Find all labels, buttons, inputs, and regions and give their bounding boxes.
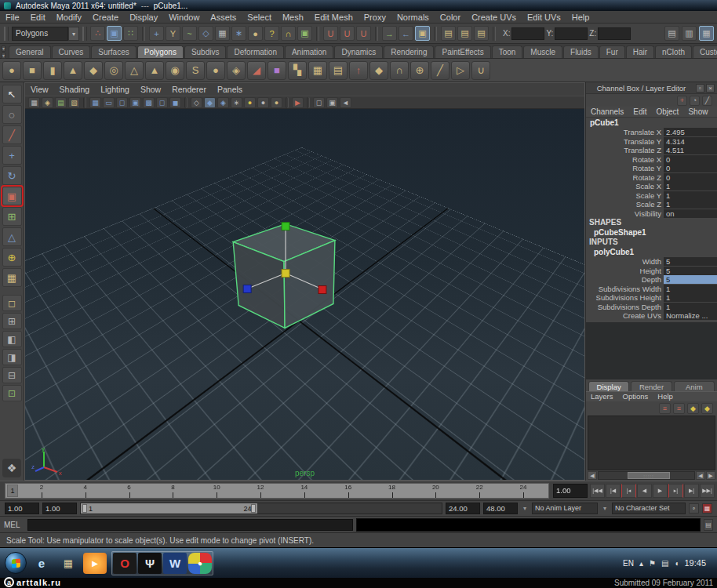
channel-menu-item[interactable]: Object — [652, 106, 684, 118]
menu-item[interactable]: Select — [242, 11, 277, 24]
channel-row[interactable]: Translate X 2.495 — [586, 128, 717, 137]
channel-row[interactable]: Depth 5 — [586, 275, 717, 285]
volume-icon[interactable]: ◖ — [674, 559, 679, 568]
channel-value-field[interactable]: 4.314 — [664, 137, 717, 146]
safe-action-icon[interactable]: ◻ — [156, 97, 168, 108]
lighting-all-icon[interactable]: ● — [244, 97, 256, 108]
panel-menu-item[interactable]: Shading — [54, 83, 96, 96]
channel-label[interactable]: Width — [642, 257, 661, 266]
menu-set-selector[interactable]: Polygons ▾ — [12, 27, 79, 41]
film-gate-icon[interactable]: ▭ — [103, 97, 115, 108]
layer-list[interactable] — [588, 416, 715, 470]
scale-tool-icon[interactable]: ▣ — [2, 187, 22, 205]
group-collapser-icon[interactable] — [82, 27, 87, 41]
hyperbolic-slider-icon[interactable]: ╱ — [702, 96, 712, 106]
show-channel-box-icon[interactable]: ▦ — [699, 26, 714, 41]
poly-platonic-icon[interactable]: ◈ — [227, 61, 246, 80]
step-forward-key-button[interactable]: ▸| — [668, 484, 683, 498]
manip-update-icon[interactable]: + — [677, 96, 687, 106]
chevron-down-icon[interactable]: ▾ — [68, 27, 79, 41]
play-forwards-button[interactable]: ▶ — [653, 484, 668, 498]
viewport-canvas[interactable]: y x z persp — [25, 109, 584, 480]
scroll-right-icon[interactable]: ▶ — [706, 471, 715, 480]
animation-start-field[interactable]: 1.00 — [5, 503, 39, 514]
channel-label[interactable]: Scale X — [635, 182, 661, 191]
channel-value-field[interactable]: 1 — [664, 191, 717, 200]
input-connections-icon[interactable]: → — [382, 26, 397, 41]
bridge-icon[interactable]: ∩ — [390, 61, 409, 80]
step-forward-frame-button[interactable]: ▶| — [684, 484, 699, 498]
select-object-icon[interactable]: ▣ — [107, 26, 122, 41]
smooth-icon[interactable]: ■ — [268, 61, 286, 80]
wireframe-on-shaded-icon[interactable]: ▣ — [326, 97, 338, 108]
channel-value-field[interactable]: 1 — [664, 285, 717, 293]
menu-item[interactable]: Window — [163, 11, 205, 24]
channel-value-field[interactable]: 0 — [664, 173, 717, 182]
sculpt-geometry-icon[interactable]: ◢ — [247, 61, 266, 80]
channel-label[interactable]: Translate Y — [624, 137, 661, 146]
layout-persp-outliner-icon[interactable]: ◧ — [2, 331, 22, 347]
channel-label[interactable]: Subdivisions Depth — [598, 303, 661, 311]
soft-modification-icon[interactable]: △ — [2, 227, 22, 246]
graphics-app-icon[interactable]: Ψ — [138, 553, 162, 574]
channel-row[interactable]: Rotate X 0 — [586, 155, 717, 165]
animation-end-field[interactable]: 48.00 — [483, 503, 518, 514]
menu-item[interactable]: Edit — [25, 11, 51, 24]
network-icon[interactable]: ▤ — [661, 559, 668, 568]
snap-to-grid-icon[interactable]: U — [323, 26, 338, 41]
shape-node-name[interactable]: pCubeShape1 — [586, 227, 717, 238]
smooth-shade-icon[interactable]: ◆ — [204, 97, 216, 108]
poly-pyramid-icon[interactable]: ▲ — [145, 61, 164, 80]
channel-value-field[interactable]: 4.511 — [664, 146, 717, 154]
x-input[interactable] — [511, 27, 544, 40]
field-chart-icon[interactable]: ▩ — [143, 97, 155, 108]
construction-history-icon[interactable]: ▣ — [415, 26, 430, 41]
layout-persp-graph-icon[interactable]: ⊟ — [2, 367, 22, 383]
output-connections-icon[interactable]: ← — [399, 26, 413, 41]
resolution-gate-icon[interactable]: ◻ — [116, 97, 128, 108]
channel-value-field[interactable]: 0 — [664, 155, 717, 164]
shelf-tab[interactable]: nCloth — [655, 45, 692, 58]
mask-handles-icon[interactable]: + — [149, 26, 164, 41]
extrude-icon[interactable]: ↑ — [349, 61, 368, 80]
channel-row[interactable]: Subdivisions Height 1 — [586, 293, 717, 303]
shelf-tab[interactable]: Dynamics — [334, 45, 383, 58]
channel-label[interactable]: Visibility — [635, 209, 661, 218]
xray-icon[interactable]: ◻ — [313, 97, 325, 108]
frame-all-icon[interactable]: ◄ — [340, 97, 351, 108]
auto-keyframe-icon[interactable]: ▦ — [702, 503, 712, 514]
channel-menu-item[interactable]: Show — [683, 106, 712, 118]
script-editor-icon[interactable]: ▤ — [704, 519, 713, 531]
channel-value-field[interactable]: 5 — [664, 267, 717, 275]
lock-selection-icon[interactable]: ∩ — [281, 26, 296, 41]
node-name[interactable]: pCube1 — [586, 118, 717, 128]
menu-item[interactable]: File — [0, 11, 25, 24]
channel-value-field[interactable]: 2.495 — [664, 128, 717, 136]
channel-menu-item[interactable]: Edit — [628, 106, 651, 118]
split-polygon-icon[interactable]: ╱ — [431, 61, 449, 80]
poly-prism-icon[interactable]: △ — [125, 61, 144, 80]
mask-surfaces-icon[interactable]: ◇ — [198, 26, 213, 41]
move-layer-down-icon[interactable]: ≡ — [673, 403, 685, 414]
safe-title-icon[interactable]: ◼ — [169, 97, 181, 108]
poly-soccer-ball-icon[interactable]: ● — [206, 61, 225, 80]
channel-label[interactable]: Rotate Y — [632, 164, 661, 172]
image-plane-icon[interactable]: ▧ — [68, 97, 80, 108]
menu-item[interactable]: Create UVs — [466, 11, 522, 24]
panel-menu-item[interactable]: Lighting — [95, 83, 135, 96]
taskbar-clock[interactable]: 19:45 — [684, 558, 706, 568]
shelf-tab[interactable]: PaintEffects — [435, 45, 490, 58]
separator[interactable] — [286, 97, 289, 108]
channel-row[interactable]: Scale Z 1 — [586, 200, 717, 209]
channel-row[interactable]: Translate Y 4.314 — [586, 137, 717, 147]
shelf-tab[interactable]: Animation — [285, 45, 333, 58]
shelf-tab[interactable]: Subdivs — [184, 45, 227, 58]
shelf-tab[interactable]: Surfaces — [91, 45, 136, 58]
group-collapser-icon[interactable] — [4, 27, 9, 41]
separator[interactable] — [184, 97, 187, 108]
close-panel-icon[interactable]: × — [706, 84, 715, 93]
panel-menu-item[interactable]: Renderer — [166, 83, 212, 96]
paint-select-tool-icon[interactable]: ╱ — [2, 125, 22, 144]
playback-range[interactable]: 1 24 — [81, 503, 257, 514]
separate-icon[interactable]: ▤ — [329, 61, 348, 80]
